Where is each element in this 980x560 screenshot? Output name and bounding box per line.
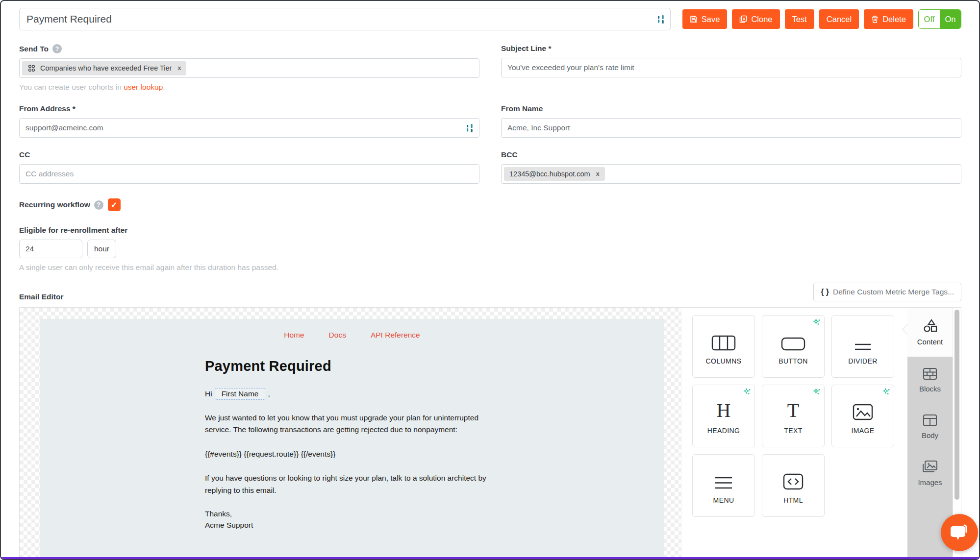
save-label: Save	[702, 15, 720, 24]
cc-label: CC	[19, 150, 30, 159]
email-nav-api-reference[interactable]: API Reference	[371, 331, 420, 340]
email-greeting[interactable]: Hi First Name ,	[205, 388, 499, 400]
from-address-field: From Address *	[19, 104, 479, 138]
workflow-title-input[interactable]	[19, 8, 671, 30]
block-palette: COLUMNS BUTTON	[681, 308, 907, 560]
from-name-input[interactable]	[501, 118, 961, 138]
from-address-input[interactable]	[19, 118, 479, 138]
top-toolbar: Save Clone Test Cancel	[19, 8, 961, 30]
block-tile-heading[interactable]: H HEADING	[692, 385, 755, 447]
images-stack-icon	[922, 460, 938, 474]
recurring-checkbox[interactable]: ✓	[108, 198, 121, 211]
block-tile-divider[interactable]: DIVIDER	[831, 315, 894, 378]
bcc-field: BCC 12345@bcc.hubspot.com x	[501, 150, 961, 184]
recurring-workflow-label: Recurring workflow	[19, 200, 90, 209]
delete-button[interactable]: Delete	[864, 9, 913, 29]
toggle-off[interactable]: Off	[919, 10, 940, 28]
save-button[interactable]: Save	[682, 9, 728, 29]
test-label: Test	[792, 15, 807, 24]
chat-bubble-icon	[950, 523, 969, 542]
email-merge-line[interactable]: {{#events}} {{request.route}} {{/events}…	[205, 448, 499, 460]
scrollbar-thumb[interactable]	[955, 310, 959, 500]
html-icon	[783, 455, 804, 490]
block-tile-html[interactable]: HTML	[762, 454, 825, 517]
block-tile-button[interactable]: BUTTON	[762, 315, 825, 378]
content-shapes-icon	[923, 318, 937, 333]
email-editor: Home Docs API Reference Payment Required…	[19, 307, 961, 560]
block-tile-menu[interactable]: MENU	[692, 454, 755, 517]
merge-tag-icon[interactable]	[657, 15, 665, 24]
block-tile-image[interactable]: IMAGE	[831, 385, 894, 447]
bcc-input[interactable]: 12345@bcc.hubspot.com x	[501, 164, 961, 184]
tab-blocks[interactable]: Blocks	[907, 357, 953, 403]
blocks-bricks-icon	[923, 367, 937, 380]
image-icon	[853, 385, 873, 420]
cohort-tag-remove-icon[interactable]: x	[177, 65, 181, 72]
reenrollment-duration-input[interactable]	[19, 240, 82, 258]
body-layout-icon	[923, 414, 937, 427]
cancel-button[interactable]: Cancel	[819, 9, 859, 29]
block-tile-columns[interactable]: COLUMNS	[692, 315, 755, 378]
tab-content[interactable]: Content	[907, 308, 953, 357]
toggle-on[interactable]: On	[940, 10, 961, 28]
email-nav-docs[interactable]: Docs	[329, 331, 346, 340]
send-to-input[interactable]: Companies who have exceeded Free Tier x	[19, 58, 479, 78]
menu-icon	[715, 455, 732, 490]
test-button[interactable]: Test	[785, 9, 814, 29]
first-name-merge-chip[interactable]: First Name	[215, 388, 266, 400]
send-to-label: Send To	[19, 45, 49, 53]
email-canvas[interactable]: Home Docs API Reference Payment Required…	[20, 308, 681, 560]
email-workflow-editor-page: Save Clone Test Cancel	[0, 0, 980, 560]
reenrollment-unit-button[interactable]: hour	[87, 240, 116, 258]
email-nav: Home Docs API Reference	[205, 331, 499, 340]
email-signoff[interactable]: Thanks, Acme Support	[205, 509, 499, 531]
subject-field: Subject Line *	[501, 44, 961, 92]
email-preview[interactable]: Home Docs API Reference Payment Required…	[40, 319, 664, 560]
tab-images[interactable]: Images	[907, 450, 953, 496]
ai-sparkle-icon	[813, 318, 821, 326]
columns-icon	[711, 316, 736, 351]
braces-icon: { }	[821, 288, 829, 296]
bcc-tag-remove-icon[interactable]: x	[596, 170, 600, 177]
subject-input[interactable]	[501, 58, 961, 77]
recurring-help-icon[interactable]: ?	[94, 200, 103, 210]
block-tile-text[interactable]: T TEXT	[762, 385, 825, 447]
send-to-field: Send To ? Companies who have exceeded Fr…	[19, 44, 479, 92]
from-name-label: From Name	[501, 104, 543, 113]
merge-tag-icon[interactable]	[466, 123, 474, 133]
email-nav-home[interactable]: Home	[284, 331, 304, 340]
trash-icon	[871, 15, 879, 23]
cc-input[interactable]	[19, 164, 479, 184]
recurring-workflow-row: Recurring workflow ? ✓	[19, 198, 961, 211]
email-editor-label: Email Editor	[19, 292, 63, 301]
from-name-field: From Name	[501, 104, 961, 138]
subject-label: Subject Line *	[501, 44, 552, 53]
cohort-icon	[27, 64, 36, 73]
define-merge-tags-label: Define Custom Metric Merge Tags...	[833, 288, 954, 296]
define-merge-tags-button[interactable]: { } Define Custom Metric Merge Tags...	[813, 283, 961, 301]
bcc-label: BCC	[501, 150, 518, 159]
chat-launcher-button[interactable]	[941, 514, 978, 551]
text-icon: T	[787, 385, 799, 420]
off-on-toggle: Off On	[918, 9, 961, 29]
send-to-help-icon[interactable]: ?	[52, 44, 62, 53]
settings-form: Send To ? Companies who have exceeded Fr…	[19, 44, 961, 184]
email-heading[interactable]: Payment Required	[205, 358, 499, 374]
divider-icon	[854, 316, 871, 351]
ai-sparkle-icon	[813, 388, 821, 395]
cc-field: CC	[19, 150, 479, 184]
heading-icon: H	[717, 385, 731, 420]
clone-icon	[739, 15, 747, 23]
ai-sparkle-icon	[883, 388, 890, 395]
tab-body[interactable]: Body	[907, 403, 953, 450]
cancel-label: Cancel	[827, 15, 852, 24]
editor-header: Email Editor { } Define Custom Metric Me…	[19, 283, 961, 301]
email-paragraph-1[interactable]: We just wanted to let you know that you …	[205, 412, 499, 436]
email-paragraph-2[interactable]: If you have questions or looking to righ…	[205, 472, 499, 496]
clone-button[interactable]: Clone	[732, 9, 779, 29]
cohort-tag-label: Companies who have exceeded Free Tier	[40, 64, 172, 72]
window-bottom-edge	[1, 557, 979, 559]
user-lookup-link[interactable]: user lookup	[124, 83, 163, 91]
reenrollment-helper: A single user can only receive this emai…	[19, 263, 961, 272]
reenrollment-section: Eligible for re-enrollment after hour A …	[19, 226, 961, 272]
